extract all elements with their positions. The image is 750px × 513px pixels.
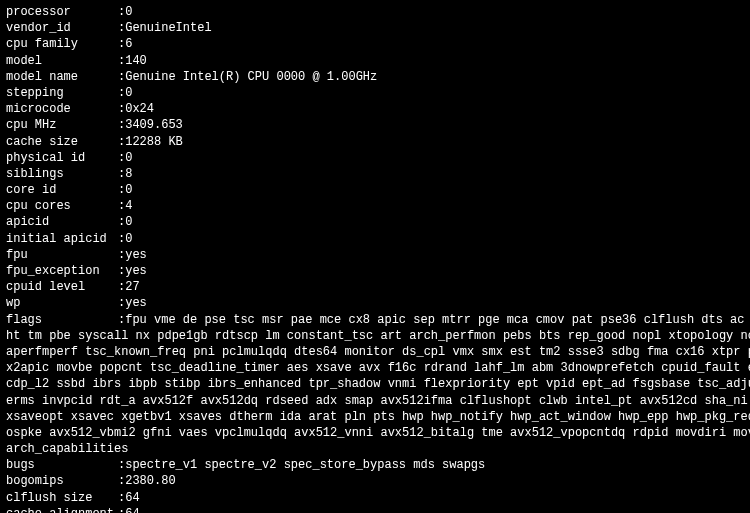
val: Genuine Intel(R) CPU 0000 @ 1.00GHz <box>125 70 377 84</box>
row-initial-apicid: initial apicid: 0 <box>6 231 744 247</box>
val: spectre_v1 spectre_v2 spec_store_bypass … <box>125 458 485 472</box>
val: yes <box>125 296 147 310</box>
row-fpu: fpu: yes <box>6 247 744 263</box>
row-cpuid-level: cpuid level: 27 <box>6 279 744 295</box>
val: 3409.653 <box>125 118 183 132</box>
flags-line: aperfmperf tsc_known_freq pni pclmulqdq … <box>6 344 744 360</box>
row-model: model: 140 <box>6 53 744 69</box>
row-apicid: apicid: 0 <box>6 214 744 230</box>
val: GenuineIntel <box>125 21 211 35</box>
val: 2380.80 <box>125 474 175 488</box>
val: 0 <box>125 5 132 19</box>
row-fpu-exception: fpu_exception: yes <box>6 263 744 279</box>
key: flags <box>6 312 118 328</box>
key: initial apicid <box>6 231 118 247</box>
val: 4 <box>125 199 132 213</box>
key: cpuid level <box>6 279 118 295</box>
val: 6 <box>125 37 132 51</box>
key: core id <box>6 182 118 198</box>
row-cpu-cores: cpu cores: 4 <box>6 198 744 214</box>
flags-line: erms invpcid rdt_a avx512f avx512dq rdse… <box>6 393 744 409</box>
row-model-name: model name: Genuine Intel(R) CPU 0000 @ … <box>6 69 744 85</box>
key: model <box>6 53 118 69</box>
key: cpu family <box>6 36 118 52</box>
row-vendor-id: vendor_id: GenuineIntel <box>6 20 744 36</box>
key: cpu cores <box>6 198 118 214</box>
key: model name <box>6 69 118 85</box>
row-physical-id: physical id: 0 <box>6 150 744 166</box>
key: vendor_id <box>6 20 118 36</box>
key: bugs <box>6 457 118 473</box>
key: fpu_exception <box>6 263 118 279</box>
val: yes <box>125 248 147 262</box>
row-cpu-family: cpu family: 6 <box>6 36 744 52</box>
flags-line: xsaveopt xsavec xgetbv1 xsaves dtherm id… <box>6 409 744 425</box>
flags-line: ht tm pbe syscall nx pdpe1gb rdtscp lm c… <box>6 328 744 344</box>
row-clflush-size: clflush size: 64 <box>6 490 744 506</box>
key: fpu <box>6 247 118 263</box>
row-stepping: stepping: 0 <box>6 85 744 101</box>
val: 0 <box>125 183 132 197</box>
row-bogomips: bogomips: 2380.80 <box>6 473 744 489</box>
key: cpu MHz <box>6 117 118 133</box>
row-processor: processor: 0 <box>6 4 744 20</box>
val: 12288 KB <box>125 135 183 149</box>
val: 64 <box>125 491 139 505</box>
key: physical id <box>6 150 118 166</box>
key: cache_alignment <box>6 506 118 513</box>
key: processor <box>6 4 118 20</box>
val: 0 <box>125 86 132 100</box>
row-cache-size: cache size: 12288 KB <box>6 134 744 150</box>
val: 0x24 <box>125 102 154 116</box>
val: yes <box>125 264 147 278</box>
key: clflush size <box>6 490 118 506</box>
row-wp: wp: yes <box>6 295 744 311</box>
val: 140 <box>125 54 147 68</box>
key: microcode <box>6 101 118 117</box>
flags-line: x2apic movbe popcnt tsc_deadline_timer a… <box>6 360 744 376</box>
val: 8 <box>125 167 132 181</box>
val: 0 <box>125 215 132 229</box>
row-flags: flags: fpu vme de pse tsc msr pae mce cx… <box>6 312 744 458</box>
row-siblings: siblings: 8 <box>6 166 744 182</box>
key: stepping <box>6 85 118 101</box>
row-bugs: bugs: spectre_v1 spectre_v2 spec_store_b… <box>6 457 744 473</box>
val: 0 <box>125 151 132 165</box>
flags-line: arch_capabilities <box>6 441 744 457</box>
val: 64 <box>125 507 139 513</box>
key: wp <box>6 295 118 311</box>
row-cache-alignment: cache_alignment: 64 <box>6 506 744 513</box>
flags-line: ospke avx512_vbmi2 gfni vaes vpclmulqdq … <box>6 425 744 441</box>
key: bogomips <box>6 473 118 489</box>
key: siblings <box>6 166 118 182</box>
row-core-id: core id: 0 <box>6 182 744 198</box>
key: cache size <box>6 134 118 150</box>
cpuinfo-output: processor: 0 vendor_id: GenuineIntel cpu… <box>6 4 744 513</box>
row-microcode: microcode: 0x24 <box>6 101 744 117</box>
key: apicid <box>6 214 118 230</box>
val: 0 <box>125 232 132 246</box>
val: fpu vme de pse tsc msr pae mce cx8 apic … <box>125 313 744 327</box>
row-cpu-mhz: cpu MHz: 3409.653 <box>6 117 744 133</box>
flags-line: cdp_l2 ssbd ibrs ibpb stibp ibrs_enhance… <box>6 376 744 392</box>
val: 27 <box>125 280 139 294</box>
